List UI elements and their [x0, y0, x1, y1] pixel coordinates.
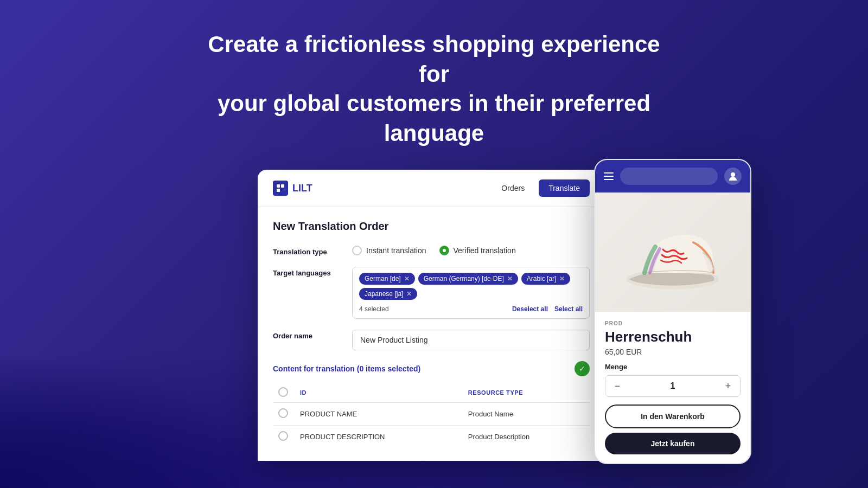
lang-tag-de-remove[interactable]: ✕ — [404, 275, 410, 282]
content-table: ID RESOURCE TYPE PRODUCT NAME Product Na… — [273, 383, 590, 448]
check-icon: ✓ — [575, 361, 590, 376]
select-all-button[interactable]: Select all — [554, 305, 583, 313]
translate-nav-button[interactable]: Translate — [539, 179, 590, 197]
table-row: PRODUCT NAME Product Name — [273, 403, 590, 426]
qty-plus-button[interactable]: + — [716, 376, 740, 396]
lang-footer: 4 selected Deselect all Select all — [359, 305, 583, 313]
row-resource-2: Product Description — [463, 426, 590, 448]
mobile-product-image — [595, 192, 750, 312]
mobile-preview: PROD Herrenschuh 65,00 EUR Menge − 1 + I… — [594, 159, 751, 464]
sneaker-svg — [618, 203, 727, 301]
lilt-header: LILT Orders Translate — [258, 170, 605, 207]
hero-section: Create a frictionless shopping experienc… — [0, 0, 868, 170]
hero-title: Create a frictionless shopping experienc… — [201, 30, 667, 148]
svg-point-3 — [731, 172, 735, 177]
mobile-user-icon[interactable] — [724, 168, 742, 185]
row-checkbox-cell — [273, 426, 295, 448]
lang-tag-de-de: German (Germany) [de-DE] ✕ — [418, 273, 518, 285]
row-resource-1: Product Name — [463, 403, 590, 426]
lang-tag-de-de-remove[interactable]: ✕ — [507, 275, 513, 282]
lang-actions: Deselect all Select all — [512, 305, 583, 313]
order-name-input[interactable] — [352, 330, 590, 350]
svg-rect-1 — [281, 184, 284, 188]
product-name: Herrenschuh — [605, 329, 741, 345]
form-title: New Translation Order — [273, 220, 590, 233]
order-name-row: Order name — [273, 330, 590, 350]
mobile-search-bar[interactable] — [620, 168, 718, 185]
translation-type-label: Translation type — [273, 246, 343, 256]
lang-tag-ja: Japanese [ja] ✕ — [359, 288, 417, 300]
target-languages-label: Target languages — [273, 267, 343, 277]
lang-tag-ar-remove[interactable]: ✕ — [559, 275, 565, 282]
lilt-logo-icon — [273, 181, 288, 196]
verified-radio[interactable] — [439, 246, 449, 255]
lang-tag-ja-remove[interactable]: ✕ — [406, 290, 412, 298]
col-id-header: ID — [295, 383, 463, 403]
qty-minus-button[interactable]: − — [605, 376, 629, 396]
ui-showcase: LILT Orders Translate New Translation Or… — [0, 170, 868, 464]
row-id-2: PRODUCT DESCRIPTION — [295, 426, 463, 448]
mobile-menu-icon[interactable] — [604, 172, 614, 180]
selected-count: 4 selected — [359, 305, 389, 313]
verified-translation-option[interactable]: Verified translation — [439, 246, 516, 255]
translation-type-options: Instant translation Verified translation — [352, 246, 590, 255]
product-badge: PROD — [605, 320, 741, 326]
qty-value: 1 — [629, 381, 716, 391]
order-name-content — [352, 330, 590, 350]
select-all-checkbox[interactable] — [278, 387, 288, 397]
deselect-all-button[interactable]: Deselect all — [512, 305, 548, 313]
orders-nav-button[interactable]: Orders — [492, 179, 534, 197]
table-row: PRODUCT DESCRIPTION Product Description — [273, 426, 590, 448]
col-resource-header: RESOURCE TYPE — [463, 383, 590, 403]
product-price: 65,00 EUR — [605, 348, 741, 356]
lang-tags: German [de] ✕ German (Germany) [de-DE] ✕… — [359, 273, 583, 300]
lang-tag-de: German [de] ✕ — [359, 273, 415, 285]
row-checkbox-2[interactable] — [278, 431, 288, 441]
row-checkbox-1[interactable] — [278, 408, 288, 418]
target-languages-content: German [de] ✕ German (Germany) [de-DE] ✕… — [352, 267, 590, 319]
row-checkbox-cell — [273, 403, 295, 426]
content-section-title: Content for translation (0 items selecte… — [273, 364, 420, 373]
col-checkbox-header — [273, 383, 295, 403]
order-name-label: Order name — [273, 330, 343, 340]
lang-tag-ar: Arabic [ar] ✕ — [521, 273, 571, 285]
lilt-logo: LILT — [273, 181, 312, 196]
mobile-product-info: PROD Herrenschuh 65,00 EUR Menge − 1 + I… — [595, 312, 750, 463]
target-languages-row: Target languages German [de] ✕ German (G… — [273, 267, 590, 319]
translation-type-row: Translation type Instant translation Ver… — [273, 246, 590, 256]
row-id-1: PRODUCT NAME — [295, 403, 463, 426]
lilt-nav: Orders Translate — [492, 179, 590, 197]
lilt-panel: LILT Orders Translate New Translation Or… — [258, 170, 605, 461]
add-to-cart-button[interactable]: In den Warenkorb — [605, 404, 741, 428]
content-section: Content for translation (0 items selecte… — [273, 361, 590, 448]
instant-translation-option[interactable]: Instant translation — [352, 246, 426, 255]
content-header: Content for translation (0 items selecte… — [273, 361, 590, 376]
lilt-body: New Translation Order Translation type I… — [258, 207, 605, 461]
qty-stepper: − 1 + — [605, 375, 741, 397]
svg-rect-0 — [277, 184, 280, 188]
lang-tags-box[interactable]: German [de] ✕ German (Germany) [de-DE] ✕… — [352, 267, 590, 319]
instant-radio[interactable] — [352, 246, 362, 255]
qty-label: Menge — [605, 363, 741, 371]
buy-now-button[interactable]: Jetzt kaufen — [605, 433, 741, 454]
mobile-nav-bar — [595, 160, 750, 192]
svg-rect-2 — [277, 189, 280, 192]
